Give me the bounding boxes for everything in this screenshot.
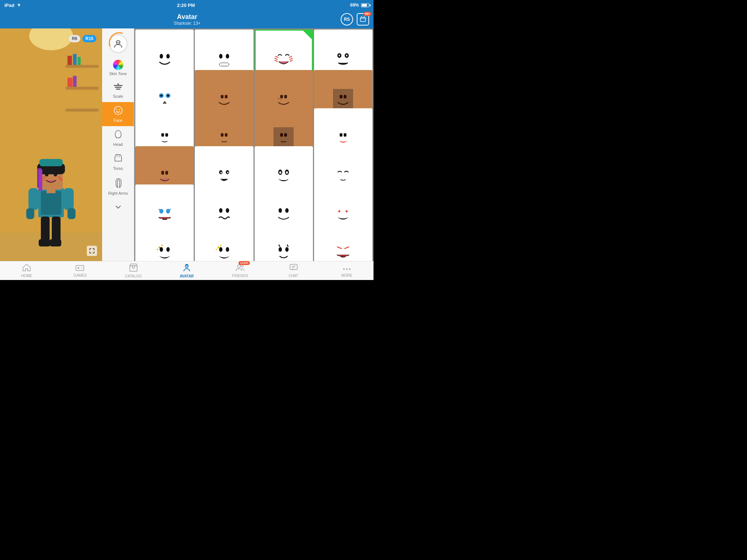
svg-line-58	[275, 60, 278, 62]
notification-button[interactable]: 99+	[357, 13, 369, 26]
svg-rect-143	[290, 264, 297, 269]
sidebar-item-torso[interactable]: Torso	[102, 150, 134, 174]
svg-point-116	[161, 245, 163, 246]
header-icons: RS 99+	[341, 13, 369, 26]
svg-point-124	[226, 247, 229, 252]
r15-button[interactable]: R15	[82, 35, 96, 42]
svg-point-105	[159, 209, 163, 214]
nav-item-games[interactable]: GAMES	[53, 261, 107, 280]
sidebar-item-right-arms[interactable]: Right Arms	[102, 174, 134, 199]
svg-point-23	[54, 172, 57, 176]
svg-line-59	[289, 56, 292, 58]
svg-point-120	[217, 246, 220, 249]
sidebar-item-face[interactable]: Face	[102, 102, 134, 126]
nav-friends-label: FRIENDS	[232, 274, 248, 278]
more-icon	[343, 264, 351, 273]
skin-tone-icon	[113, 60, 123, 70]
robux-button[interactable]: RS	[341, 13, 353, 26]
face-item-21[interactable]	[135, 223, 194, 261]
svg-rect-94	[161, 171, 164, 175]
wifi-icon	[16, 3, 22, 8]
svg-point-104	[286, 171, 288, 174]
svg-point-142	[241, 265, 243, 267]
r6-button[interactable]: R6	[69, 35, 80, 42]
nav-item-catalog[interactable]: CATALOG	[107, 261, 160, 280]
games-icon	[76, 264, 84, 273]
avatar-preview: R6 R15	[0, 28, 102, 261]
nav-chat-label: CHAT	[289, 274, 298, 278]
svg-point-51	[219, 54, 222, 58]
nav-item-home[interactable]: HOME	[0, 261, 53, 280]
svg-point-123	[219, 247, 222, 252]
svg-point-98	[220, 172, 222, 174]
avatar-editor-icon	[109, 34, 128, 53]
svg-rect-43	[115, 87, 121, 88]
face-icon	[113, 106, 123, 117]
svg-point-112	[285, 208, 289, 213]
nav-more-label: MORE	[341, 273, 352, 277]
face-item-24[interactable]	[314, 223, 372, 261]
nav-item-more[interactable]: MORE	[320, 261, 374, 280]
svg-rect-83	[161, 133, 164, 137]
sidebar-item-avatar-editor[interactable]	[102, 31, 134, 56]
nav-item-chat[interactable]: CHAT	[267, 261, 320, 280]
svg-rect-92	[344, 133, 347, 137]
svg-rect-37	[39, 239, 50, 246]
chat-icon	[290, 264, 298, 273]
svg-rect-31	[28, 188, 39, 210]
svg-rect-7	[66, 109, 98, 112]
expand-button[interactable]	[87, 246, 97, 256]
svg-rect-30	[47, 190, 55, 193]
nav-item-friends[interactable]: 11370 FRIENDS	[213, 261, 267, 280]
svg-point-100	[221, 178, 222, 180]
svg-rect-84	[165, 133, 168, 137]
svg-point-129	[279, 247, 282, 252]
sidebar-item-scale[interactable]: Scale	[102, 79, 134, 102]
svg-rect-86	[221, 133, 223, 137]
friends-badge: 11370	[239, 261, 249, 265]
home-icon	[23, 264, 31, 273]
svg-point-22	[45, 172, 49, 176]
nav-games-label: GAMES	[73, 273, 86, 277]
face-item-22[interactable]	[195, 223, 253, 261]
svg-point-49	[159, 54, 163, 58]
svg-rect-55	[220, 62, 229, 64]
svg-point-64	[339, 54, 340, 57]
svg-rect-72	[214, 89, 234, 109]
header: Avatar Sharksie: 13+ RS 99+	[0, 10, 374, 28]
svg-rect-42	[114, 85, 123, 86]
svg-point-121	[220, 245, 221, 246]
svg-point-46	[114, 106, 122, 114]
svg-point-41	[109, 33, 129, 52]
carrier-label: iPad	[4, 3, 14, 8]
svg-point-0	[19, 6, 19, 7]
friends-icon: 11370	[236, 264, 244, 273]
svg-rect-93	[155, 166, 175, 186]
battery-icon	[361, 3, 369, 7]
svg-rect-81	[340, 95, 342, 98]
bottom-nav: HOME GAMES CATALOG	[0, 261, 374, 280]
status-bar: iPad 2:20 PM 69%	[0, 0, 374, 10]
avatar-nav-icon	[183, 264, 191, 273]
catalog-icon	[129, 264, 138, 273]
svg-rect-8	[67, 56, 72, 65]
svg-rect-91	[340, 133, 342, 137]
svg-point-68	[160, 95, 162, 97]
svg-line-61	[290, 60, 293, 62]
face-item-23[interactable]	[255, 223, 313, 261]
sidebar-item-skin-tone[interactable]: Skin Tone	[102, 56, 134, 79]
svg-rect-74	[225, 95, 227, 98]
svg-point-117	[156, 249, 158, 250]
svg-point-106	[166, 209, 170, 214]
svg-rect-82	[344, 95, 347, 98]
svg-rect-9	[73, 54, 77, 65]
svg-point-141	[237, 265, 240, 268]
svg-point-50	[166, 54, 170, 58]
sidebar-item-more[interactable]	[102, 199, 134, 216]
svg-point-148	[349, 268, 351, 270]
svg-point-146	[343, 268, 345, 270]
sidebar-item-head[interactable]: Head	[102, 126, 134, 150]
nav-item-avatar[interactable]: AVATAR	[160, 261, 213, 280]
header-subtitle: Sharksie: 13+	[174, 21, 201, 26]
svg-rect-33	[63, 188, 74, 210]
